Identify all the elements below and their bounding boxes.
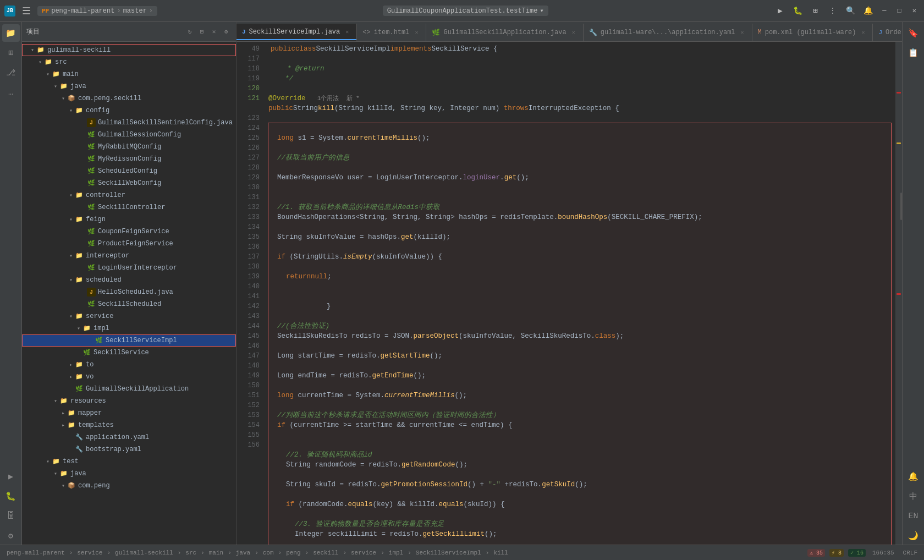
rs-lang-icon[interactable]: EN: [905, 507, 922, 525]
tree-item-coupon-feign[interactable]: ▸ 🌿 CouponFeignService: [22, 226, 236, 238]
tree-item-seckill-service[interactable]: ▸ 🌿 SeckillService: [22, 347, 236, 359]
tree-item-app-yaml[interactable]: ▸ 🔧 application.yaml: [22, 431, 236, 443]
status-module[interactable]: gulimall-seckill: [113, 550, 175, 556]
panel-close-btn[interactable]: ✕: [208, 26, 219, 37]
sidebar-db-icon[interactable]: 🗄: [2, 507, 20, 525]
tree-item-impl[interactable]: ▾ 📁 impl: [22, 322, 236, 334]
tree-item-templates[interactable]: ▸ 📁 templates: [22, 419, 236, 431]
more-button[interactable]: ⋮: [826, 4, 839, 18]
panel-gear-btn[interactable]: ⚙: [221, 26, 232, 37]
sidebar-run-icon[interactable]: ▶: [2, 468, 20, 485]
scheduled-arrow: ▾: [67, 277, 75, 283]
tree-item-seckill-controller[interactable]: ▸ 🌿 SeckillController: [22, 201, 236, 213]
status-seckill[interactable]: seckill: [311, 550, 340, 556]
tree-item-login-interceptor[interactable]: ▸ 🌿 LoginUserInterceptor: [22, 262, 236, 274]
rs-notifications-icon[interactable]: 🔔: [905, 468, 922, 485]
tree-item-root[interactable]: ▾ 📁 gulimall-seckill: [22, 44, 236, 56]
tab-gulimall-app[interactable]: 🌿 GulimallSeckillApplication.java ✕: [426, 24, 583, 41]
sidebar-more-icon[interactable]: …: [2, 84, 20, 101]
status-src[interactable]: src: [183, 550, 199, 556]
project-breadcrumb[interactable]: PP peng-mall-parent › master ›: [37, 6, 157, 16]
tree-item-session-config[interactable]: ▸ 🌿 GulimallSessionConfig: [22, 129, 236, 141]
tree-item-resources[interactable]: ▾ 📁 resources: [22, 395, 236, 407]
status-root[interactable]: peng-mall-parent: [4, 550, 67, 556]
status-position[interactable]: 166:35: [870, 550, 897, 556]
tree-item-test-java[interactable]: ▾ 📁 java: [22, 468, 236, 480]
tree-item-gulimall-app[interactable]: ▸ 🌿 GulimallSeckillApplication: [22, 383, 236, 395]
tree-item-service[interactable]: ▾ 📁 service: [22, 310, 236, 322]
panel-sync-btn[interactable]: ↻: [184, 26, 195, 37]
tree-item-test[interactable]: ▾ 📁 test: [22, 455, 236, 468]
tree-item-hello-scheduled[interactable]: ▸ J HelloScheduled.java: [22, 286, 236, 298]
run-button[interactable]: ▶: [773, 4, 787, 18]
tree-item-scheduled-config[interactable]: ▸ 🌿 ScheduledConfig: [22, 165, 236, 177]
status-com[interactable]: com: [261, 550, 276, 556]
tab-app-yaml[interactable]: 🔧 gulimall-ware\...\application.yaml ✕: [584, 24, 752, 41]
status-method[interactable]: kill: [491, 550, 510, 556]
project-tree: ▾ 📁 gulimall-seckill ▾ 📁 src ▾ 📁 main: [22, 42, 236, 545]
tree-item-java[interactable]: ▾ 📁 java: [22, 80, 236, 92]
tab-item[interactable]: <> item.html ✕: [357, 24, 426, 41]
tree-item-to[interactable]: ▸ 📁 to: [22, 359, 236, 371]
search-button[interactable]: 🔍: [844, 4, 857, 18]
tab-seckill-impl[interactable]: J SeckillServiceImpl.java ✕: [237, 24, 357, 41]
test-label: test: [63, 458, 234, 465]
sidebar-structure-icon[interactable]: ⊞: [2, 44, 20, 62]
rs-todo-icon[interactable]: 📋: [905, 44, 922, 62]
hamburger-menu[interactable]: ☰: [20, 5, 33, 17]
status-java[interactable]: java: [234, 550, 252, 556]
tab-pom[interactable]: M pom.xml (gulimall-ware) ✕: [752, 24, 873, 41]
status-sep3: ›: [178, 550, 182, 556]
tree-item-scheduled[interactable]: ▾ 📁 scheduled: [22, 274, 236, 286]
tree-item-seckill-impl[interactable]: ▸ 🌿 SeckillServiceImpl: [22, 334, 236, 347]
status-service[interactable]: service: [75, 550, 105, 556]
close-button[interactable]: ✕: [909, 7, 920, 15]
rs-chinese-icon[interactable]: 中: [905, 487, 922, 505]
tree-item-web-config[interactable]: ▸ 🌿 SeckillWebConfig: [22, 177, 236, 189]
tab-orders[interactable]: J OrderS... ▾: [873, 24, 902, 41]
debug-button[interactable]: 🐛: [791, 4, 804, 18]
tree-item-main[interactable]: ▾ 📁 main: [22, 68, 236, 80]
coverage-button[interactable]: ⊞: [809, 4, 822, 18]
rs-moon-icon[interactable]: 🌙: [905, 527, 922, 545]
code-line-119: [268, 84, 891, 94]
status-class[interactable]: SeckillServiceImpl: [414, 550, 483, 556]
tab-pom-close[interactable]: ✕: [859, 29, 867, 36]
code-content[interactable]: public class SeckillServiceImpl implemen…: [264, 42, 895, 545]
tab-gulimall-close[interactable]: ✕: [570, 29, 578, 36]
rs-bookmarks-icon[interactable]: 🔖: [905, 24, 922, 42]
minimize-button[interactable]: ─: [879, 7, 889, 15]
sidebar-vcs-icon[interactable]: ⎇: [2, 64, 20, 81]
tree-item-mapper[interactable]: ▸ 📁 mapper: [22, 407, 236, 419]
tree-item-feign[interactable]: ▾ 📁 feign: [22, 213, 236, 226]
tree-item-rabbit[interactable]: ▸ 🌿 MyRabbitMQConfig: [22, 141, 236, 153]
tree-item-product-feign[interactable]: ▸ 🌿 ProductFeignService: [22, 238, 236, 250]
notifications-button[interactable]: 🔔: [861, 4, 875, 18]
tab-seckill-close[interactable]: ✕: [343, 28, 351, 36]
sidebar-project-icon[interactable]: 📁: [2, 24, 20, 42]
tree-item-interceptor[interactable]: ▾ 📁 interceptor: [22, 250, 236, 262]
tree-item-controller[interactable]: ▾ 📁 controller: [22, 189, 236, 201]
sidebar-debug-icon[interactable]: 🐛: [2, 487, 20, 505]
status-peng[interactable]: peng: [284, 550, 302, 556]
status-service2[interactable]: service: [349, 550, 378, 556]
panel-collapse-btn[interactable]: ⊟: [196, 26, 207, 37]
tab-yaml-close[interactable]: ✕: [739, 29, 746, 36]
tree-item-redisson[interactable]: ▸ 🌿 MyRedissonConfig: [22, 153, 236, 165]
status-impl2[interactable]: impl: [387, 550, 405, 556]
run-config[interactable]: GulimallCouponApplicationTest.testTime ▾: [383, 6, 548, 16]
tree-item-src[interactable]: ▾ 📁 src: [22, 56, 236, 68]
status-main[interactable]: main: [207, 550, 226, 556]
tree-item-package[interactable]: ▾ 📦 com.peng.seckill: [22, 92, 236, 105]
tree-item-compeng[interactable]: ▾ 📦 com.peng: [22, 480, 236, 492]
tree-item-sentinel[interactable]: ▸ J GulimallSeckillSentinelConfig.java: [22, 117, 236, 129]
tree-item-vo[interactable]: ▸ 📁 vo: [22, 371, 236, 383]
tree-item-bootstrap-yaml[interactable]: ▸ 🔧 bootstrap.yaml: [22, 443, 236, 455]
maximize-button[interactable]: □: [894, 7, 905, 15]
status-encoding[interactable]: CRLF: [901, 550, 920, 556]
tab-item-close[interactable]: ✕: [413, 29, 420, 36]
sidebar-settings-icon[interactable]: ⚙: [2, 527, 20, 545]
tree-item-config[interactable]: ▾ 📁 config: [22, 105, 236, 117]
tree-item-seckill-scheduled[interactable]: ▸ 🌿 SeckillScheduled: [22, 298, 236, 310]
code-line-122: [268, 123, 891, 133]
